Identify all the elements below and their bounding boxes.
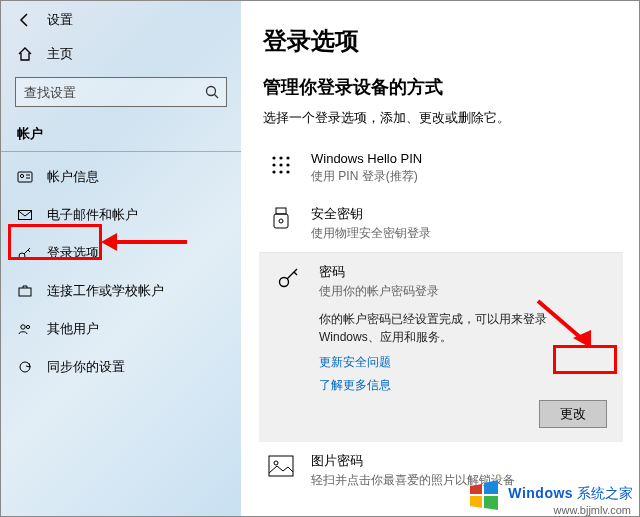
sidebar-item-signin-options[interactable]: 登录选项 bbox=[1, 234, 241, 272]
svg-point-10 bbox=[26, 325, 29, 328]
briefcase-icon bbox=[17, 283, 33, 299]
option-title: Windows Hello PIN bbox=[311, 151, 615, 166]
sidebar-item-home[interactable]: 主页 bbox=[1, 37, 241, 73]
watermark-url: www.bjjmlv.com bbox=[554, 504, 631, 516]
svg-point-19 bbox=[286, 170, 289, 173]
link-learn-more[interactable]: 了解更多信息 bbox=[319, 377, 607, 394]
picture-icon bbox=[267, 452, 295, 480]
svg-marker-33 bbox=[484, 480, 498, 494]
svg-point-15 bbox=[279, 163, 282, 166]
svg-point-16 bbox=[286, 163, 289, 166]
svg-rect-21 bbox=[274, 214, 288, 228]
sidebar-item-work-school[interactable]: 连接工作或学校帐户 bbox=[1, 272, 241, 310]
sidebar-item-sync[interactable]: 同步你的设置 bbox=[1, 348, 241, 386]
svg-point-14 bbox=[272, 163, 275, 166]
option-security-key[interactable]: 安全密钥 使用物理安全密钥登录 bbox=[263, 195, 619, 252]
password-detail-text: 你的帐户密码已经设置完成，可以用来登录 Windows、应用和服务。 bbox=[319, 310, 607, 346]
svg-rect-8 bbox=[19, 288, 31, 296]
option-desc: 使用物理安全密钥登录 bbox=[311, 225, 615, 242]
option-desc: 使用你的帐户密码登录 bbox=[319, 283, 607, 300]
option-password[interactable]: 密码 使用你的帐户密码登录 bbox=[275, 263, 607, 304]
option-title: 密码 bbox=[319, 263, 607, 281]
search-input[interactable] bbox=[15, 77, 227, 107]
mail-icon bbox=[17, 207, 33, 223]
svg-rect-24 bbox=[269, 456, 293, 476]
svg-rect-6 bbox=[19, 211, 32, 220]
sidebar-section-title: 帐户 bbox=[1, 117, 241, 147]
sidebar-item-email[interactable]: 电子邮件和帐户 bbox=[1, 196, 241, 234]
divider bbox=[1, 151, 241, 152]
watermark-brand: Windows bbox=[508, 485, 573, 501]
pin-keypad-icon bbox=[267, 151, 295, 179]
key-icon bbox=[17, 245, 33, 261]
sidebar-item-account-info[interactable]: 帐户信息 bbox=[1, 158, 241, 196]
settings-label: 设置 bbox=[47, 11, 73, 29]
key-icon bbox=[275, 263, 303, 291]
person-card-icon bbox=[17, 169, 33, 185]
svg-point-22 bbox=[279, 219, 283, 223]
svg-marker-30 bbox=[470, 496, 482, 508]
windows-logo-icon bbox=[466, 476, 502, 512]
search-box[interactable] bbox=[15, 77, 227, 107]
search-icon[interactable] bbox=[201, 81, 223, 103]
sidebar-item-label: 电子邮件和帐户 bbox=[47, 206, 138, 224]
page-title: 登录选项 bbox=[263, 25, 619, 57]
back-icon[interactable] bbox=[17, 12, 33, 28]
svg-point-12 bbox=[279, 156, 282, 159]
link-update-security-questions[interactable]: 更新安全问题 bbox=[319, 354, 607, 371]
watermark-sub: 系统之家 bbox=[577, 485, 633, 501]
svg-point-3 bbox=[20, 174, 23, 177]
svg-marker-34 bbox=[490, 478, 498, 480]
home-label: 主页 bbox=[47, 45, 73, 63]
sidebar-item-other-users[interactable]: 其他用户 bbox=[1, 310, 241, 348]
svg-line-1 bbox=[215, 95, 219, 99]
main-content: 登录选项 管理你登录设备的方式 选择一个登录选项，添加、更改或删除它。 Wind… bbox=[241, 1, 639, 516]
option-hello-pin[interactable]: Windows Hello PIN 使用 PIN 登录(推荐) bbox=[263, 141, 619, 195]
sidebar-item-label: 同步你的设置 bbox=[47, 358, 125, 376]
home-icon bbox=[17, 46, 33, 62]
hint-text: 选择一个登录选项，添加、更改或删除它。 bbox=[263, 109, 619, 127]
people-icon bbox=[17, 321, 33, 337]
change-password-button[interactable]: 更改 bbox=[539, 400, 607, 428]
page-subtitle: 管理你登录设备的方式 bbox=[263, 75, 619, 99]
sidebar-item-label: 帐户信息 bbox=[47, 168, 99, 186]
svg-rect-20 bbox=[276, 208, 286, 214]
sidebar-item-label: 其他用户 bbox=[47, 320, 99, 338]
svg-point-17 bbox=[272, 170, 275, 173]
svg-marker-31 bbox=[484, 496, 498, 510]
option-desc: 使用 PIN 登录(推荐) bbox=[311, 168, 615, 185]
option-title: 安全密钥 bbox=[311, 205, 615, 223]
option-title: 图片密码 bbox=[311, 452, 615, 470]
svg-point-18 bbox=[279, 170, 282, 173]
sidebar-item-label: 登录选项 bbox=[47, 244, 99, 262]
svg-point-9 bbox=[21, 325, 25, 329]
sidebar: 设置 主页 帐户 帐户信息 电子邮件和帐户 bbox=[1, 1, 241, 516]
sync-icon bbox=[17, 359, 33, 375]
svg-point-13 bbox=[286, 156, 289, 159]
svg-point-11 bbox=[272, 156, 275, 159]
option-password-expanded: 密码 使用你的帐户密码登录 你的帐户密码已经设置完成，可以用来登录 Window… bbox=[259, 252, 623, 442]
watermark: Windows 系统之家 www.bjjmlv.com bbox=[466, 476, 633, 512]
svg-rect-2 bbox=[18, 172, 32, 182]
sidebar-item-label: 连接工作或学校帐户 bbox=[47, 282, 164, 300]
svg-marker-32 bbox=[470, 484, 482, 494]
usb-key-icon bbox=[267, 205, 295, 233]
svg-point-25 bbox=[274, 461, 278, 465]
svg-point-0 bbox=[207, 87, 216, 96]
